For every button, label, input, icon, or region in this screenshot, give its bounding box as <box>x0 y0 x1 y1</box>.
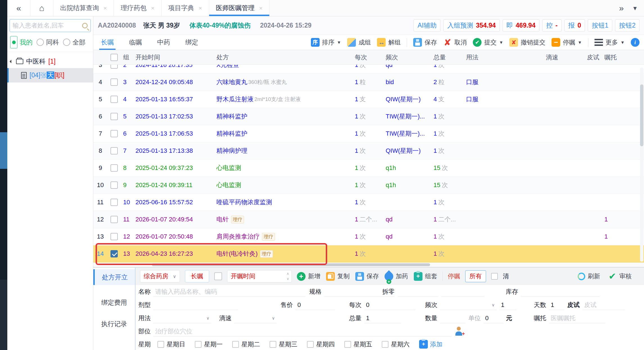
table-row[interactable]: 762025-01-13 17:06:53精神科监护1次TIW(星期一)...1… <box>93 125 644 142</box>
table-row[interactable]: 14132026-04-23 16:27:23电针(电冷针灸)理疗1次1次 <box>93 245 644 262</box>
unit-input[interactable]: 0 <box>483 313 503 323</box>
usage-select[interactable]: ∨ <box>153 313 211 323</box>
spec-field[interactable]: 规格 <box>309 287 395 297</box>
toolbar-group-button[interactable]: 成组 <box>347 38 371 47</box>
close-tab-icon[interactable]: × <box>199 5 202 12</box>
table-row[interactable]: 432024-12-24 09:05:48六味地黄丸360粒/瓶 水蜜丸1粒bi… <box>93 74 644 91</box>
weekday-1[interactable]: 星期一 <box>195 340 223 349</box>
entrust-input[interactable]: 医嘱嘱托 <box>549 313 605 323</box>
filter-0[interactable]: 我的 <box>10 36 33 48</box>
action-set-button[interactable]: 组套 <box>414 272 437 281</box>
stock-input[interactable] <box>521 287 600 297</box>
drug-name-input[interactable]: 请输入药品名称、编码 <box>153 287 305 297</box>
table-row[interactable]: 872025-01-13 17:13:38精神病护理1次QIW(星期一)1次 <box>93 142 644 160</box>
weekday-checkbox[interactable] <box>157 341 164 348</box>
weekday-6[interactable]: 星期六 <box>382 340 410 349</box>
hscroll-thumb[interactable] <box>152 263 430 266</box>
weekday-2[interactable]: 星期二 <box>232 340 260 349</box>
weekday-0[interactable]: 星期日 <box>157 340 185 349</box>
qty-field[interactable]: 数量 单位 0 元 <box>425 313 512 323</box>
side-tab-2[interactable]: 执行记录 <box>93 318 135 329</box>
toolbar-revoke-button[interactable]: 撤销提交 <box>509 38 545 47</box>
patient-btn-6[interactable]: 按钮2 <box>615 19 640 32</box>
tab-dropdown-icon[interactable]: ▾ <box>633 4 637 12</box>
dosage-input[interactable] <box>153 300 238 310</box>
days-field[interactable]: 天数 1 皮试 皮试 <box>534 300 625 310</box>
close-tab-icon[interactable]: × <box>259 5 263 12</box>
part-input[interactable]: 治疗部位穴位 <box>153 326 451 336</box>
filter-2[interactable]: 全部 <box>63 38 85 47</box>
info-icon[interactable] <box>631 38 640 47</box>
tab-0[interactable]: 出院结算查询× <box>53 0 114 16</box>
per-input[interactable]: 0 <box>364 300 415 310</box>
tab-1[interactable]: 理疗药包× <box>114 0 161 16</box>
qty-input[interactable] <box>440 313 466 323</box>
row-checkbox[interactable] <box>110 164 118 172</box>
split-input-2[interactable] <box>441 287 485 297</box>
weekday-checkbox[interactable] <box>382 341 388 348</box>
stop-order-button[interactable]: 停嘱 <box>448 272 460 281</box>
freq-times-input[interactable]: 1 <box>499 300 516 310</box>
spinner-down-icon[interactable]: ∨ <box>286 276 289 281</box>
weekday-4[interactable]: 星期四 <box>307 340 335 349</box>
search-icon[interactable] <box>82 23 88 28</box>
toolbar-save-button[interactable]: 保存 <box>413 38 437 47</box>
entrust-field[interactable]: 嘱托 医嘱嘱托 <box>534 313 605 323</box>
time-spinner[interactable]: ∧∨ <box>286 271 289 281</box>
row-checkbox[interactable] <box>110 113 118 120</box>
stock-field[interactable]: 库存 <box>506 287 600 297</box>
weekday-3[interactable]: 星期三 <box>270 340 297 349</box>
body-part-picker-icon[interactable]: + <box>454 327 463 336</box>
toolbar-submit-button[interactable]: 提交▼ <box>473 38 503 47</box>
radio-icon[interactable] <box>63 39 70 46</box>
add-week-button[interactable]: 添加 <box>419 340 442 349</box>
order-tab-1[interactable]: 临嘱 <box>129 35 142 50</box>
toolbar-cancel-button[interactable]: 取消 <box>443 38 467 47</box>
close-tab-icon[interactable]: × <box>151 5 154 12</box>
clear-checkbox[interactable] <box>491 273 498 280</box>
table-row[interactable]: 13122026-01-07 20:50:48肩周炎推拿治疗理疗1次qd1次1 <box>93 228 644 245</box>
vscroll-thumb[interactable] <box>640 84 643 146</box>
patient-btn-0[interactable]: AI辅助 <box>413 19 440 32</box>
row-checkbox[interactable] <box>110 78 118 86</box>
collapse-tabs-icon[interactable]: « <box>7 0 30 16</box>
table-row[interactable]: 652025-01-13 17:02:53精神科监护1次TIW(星期一)...1… <box>93 108 644 125</box>
tree-dept-node[interactable]: 中医科[1] <box>7 55 93 68</box>
price-input[interactable]: 0 <box>296 300 335 310</box>
order-tab-0[interactable]: 长嘱 <box>101 35 114 50</box>
row-checkbox[interactable] <box>110 96 118 103</box>
table-row[interactable]: 12112026-01-07 20:49:54电针理疗1二个...qd1二个..… <box>93 211 644 228</box>
toolbar-more-button[interactable]: 更多▼ <box>595 38 625 47</box>
table-row[interactable]: 1092025-01-24 09:39:11心电监测1次q1h15次 <box>93 177 644 194</box>
price-field[interactable]: 售价 0 <box>281 300 335 310</box>
order-type-box[interactable]: 长嘱 <box>185 270 209 282</box>
patient-btn-4[interactable]: 报0 <box>564 19 585 32</box>
close-tab-icon[interactable]: × <box>103 5 107 12</box>
usage-field[interactable]: 用法 ∨ <box>138 313 211 323</box>
body-part-field[interactable]: 部位 治疗部位穴位 + <box>138 326 463 336</box>
row-checkbox[interactable] <box>110 250 118 257</box>
all-filter-box[interactable]: 所有 <box>465 270 486 282</box>
weekday-5[interactable]: 星期五 <box>344 340 372 349</box>
split-field[interactable]: 拆零 <box>382 287 485 297</box>
left-nav-active-indicator[interactable] <box>0 132 7 169</box>
filter-1[interactable]: 同科 <box>37 38 59 47</box>
patient-btn-1[interactable]: 入组预测354.94 <box>443 19 500 32</box>
radio-icon[interactable] <box>10 36 17 48</box>
skin-input[interactable]: 皮试 <box>582 300 625 310</box>
tab-2[interactable]: 项目字典× <box>162 0 209 16</box>
action-save-button[interactable]: 保存 <box>355 272 379 281</box>
row-checkbox[interactable] <box>110 216 118 223</box>
toolbar-sort-button[interactable]: 排序▼ <box>311 38 341 47</box>
order-type-checkbox[interactable] <box>214 272 222 280</box>
pharmacy-select[interactable]: 综合药房 ∨ <box>140 270 180 282</box>
spinner-up-icon[interactable]: ∧ <box>286 271 289 276</box>
toolbar-stop-button[interactable]: 停嘱▼ <box>552 38 582 47</box>
drip-select[interactable]: ∨ <box>234 313 277 323</box>
row-checkbox[interactable] <box>110 181 118 189</box>
split-input-1[interactable] <box>397 287 438 297</box>
weekday-checkbox[interactable] <box>307 341 314 348</box>
select-all-checkbox[interactable] <box>110 54 118 61</box>
tab-3[interactable]: 医师医嘱管理× <box>209 0 270 16</box>
per-dose-field[interactable]: 每次 0 <box>349 300 415 310</box>
